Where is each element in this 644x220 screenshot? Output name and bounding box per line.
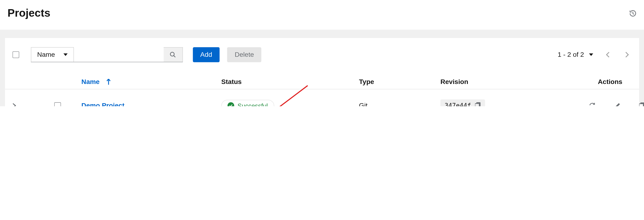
count-select[interactable]: 1 - 2 of 2 <box>558 51 593 58</box>
filter-field-select[interactable]: Name <box>31 47 74 62</box>
status-badge[interactable]: Successful <box>221 100 274 106</box>
add-button[interactable]: Add <box>193 47 220 62</box>
copy-icon[interactable] <box>639 102 644 106</box>
svg-line-3 <box>174 56 176 57</box>
edit-icon[interactable] <box>614 102 620 106</box>
next-page-top[interactable] <box>622 50 632 59</box>
svg-line-1 <box>633 13 634 14</box>
check-icon <box>228 102 234 106</box>
column-type: Type <box>359 78 440 86</box>
history-icon[interactable] <box>629 10 636 17</box>
svg-rect-7 <box>639 104 643 106</box>
column-name-label: Name <box>82 78 100 86</box>
column-name[interactable]: Name <box>82 78 221 86</box>
delete-button[interactable]: Delete <box>227 47 262 62</box>
sort-asc-icon <box>106 79 110 85</box>
column-status: Status <box>221 78 359 86</box>
copy-icon[interactable] <box>475 102 481 106</box>
caret-down-icon <box>589 54 593 56</box>
svg-rect-5 <box>475 104 479 106</box>
project-link[interactable]: Demo Project <box>82 102 124 106</box>
column-actions: Actions <box>589 78 632 86</box>
svg-point-2 <box>170 52 174 56</box>
search-input[interactable] <box>74 47 164 62</box>
status-label: Successful <box>238 102 268 106</box>
column-revision: Revision <box>440 78 589 86</box>
row-checkbox[interactable] <box>54 102 61 106</box>
revision-chip: 347e44f <box>440 100 485 106</box>
sync-icon[interactable] <box>589 102 596 106</box>
expand-toggle[interactable] <box>12 103 38 106</box>
page-title: Projects <box>8 6 50 20</box>
search-button[interactable] <box>164 47 183 62</box>
count-text: 1 - 2 of 2 <box>558 51 584 58</box>
table-row: Demo Project Successful Git 347e44f <box>5 89 639 106</box>
prev-page-top[interactable] <box>603 50 612 59</box>
filter-field-label: Name <box>37 51 55 58</box>
caret-down-icon <box>63 54 68 56</box>
revision-hash: 347e44f <box>445 102 471 106</box>
select-all-checkbox[interactable] <box>12 51 19 58</box>
type-cell: Git <box>359 102 440 106</box>
